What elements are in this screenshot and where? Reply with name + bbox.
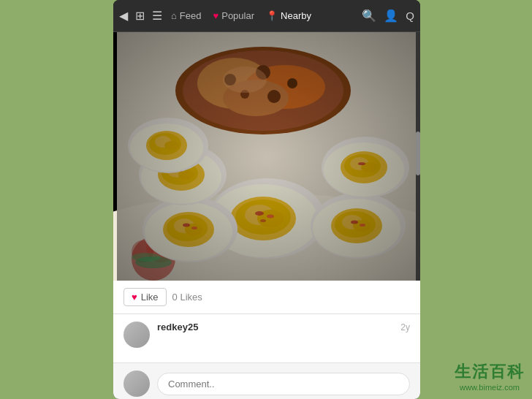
watermark-url: www.bimeiz.com [455,383,525,392]
watermark: 生活百科 www.bimeiz.com [455,361,525,392]
comment-input[interactable] [157,373,410,395]
menu-icon[interactable]: ☰ [152,9,162,23]
comment-time: 2y [400,322,410,332]
likes-count: 0 Likes [172,292,202,303]
avatar-image [123,322,150,348]
comment-section: redkey25 2y [113,314,420,362]
content-area: ♥ Like 0 Likes redkey25 2y [113,32,420,399]
nearby-link[interactable]: 📍 Nearby [266,10,311,21]
food-image-container [113,32,420,281]
user-icon[interactable]: 👤 [384,9,398,23]
like-section: ♥ Like 0 Likes [113,281,420,314]
scroll-indicator [416,32,420,281]
home-icon: ⌂ [171,10,177,21]
nav-center: ⌂ Feed ♥ Popular 📍 Nearby [171,10,311,21]
search-icon[interactable]: 🔍 [362,9,376,23]
heart-nav-icon: ♥ [213,10,219,21]
like-label: Like [141,292,159,303]
comment-username: redkey25 [157,322,198,332]
avatar [123,322,150,348]
commenter-avatar [123,370,150,397]
scroll-thumb [416,132,420,175]
svg-rect-65 [117,32,417,281]
pin-icon: 📍 [266,10,278,21]
food-image [113,32,420,281]
magnify-icon[interactable]: Q [406,10,414,22]
commenter-avatar-image [123,370,150,397]
back-icon[interactable]: ◀ [119,9,128,23]
popular-label: Popular [221,10,254,21]
comment-input-area [113,362,420,399]
grid-icon[interactable]: ⊞ [135,9,145,23]
comment-header: redkey25 2y [157,322,410,332]
nav-left: ◀ ⊞ ☰ [119,9,162,23]
popular-link[interactable]: ♥ Popular [213,10,255,21]
comment-item: redkey25 2y [123,322,410,348]
nav-right: 🔍 👤 Q [362,9,414,23]
phone-frame: ◀ ⊞ ☰ ⌂ Feed ♥ Popular 📍 Nearby 🔍 👤 Q [113,0,420,399]
nearby-label: Nearby [281,10,311,21]
heart-icon: ♥ [132,292,137,303]
feed-link[interactable]: ⌂ Feed [171,10,202,21]
nav-bar: ◀ ⊞ ☰ ⌂ Feed ♥ Popular 📍 Nearby 🔍 👤 Q [113,0,420,32]
watermark-cn-text: 生活百科 [455,361,525,383]
feed-label: Feed [180,10,202,21]
comment-content: redkey25 2y [157,322,410,332]
like-button[interactable]: ♥ Like [123,288,167,306]
